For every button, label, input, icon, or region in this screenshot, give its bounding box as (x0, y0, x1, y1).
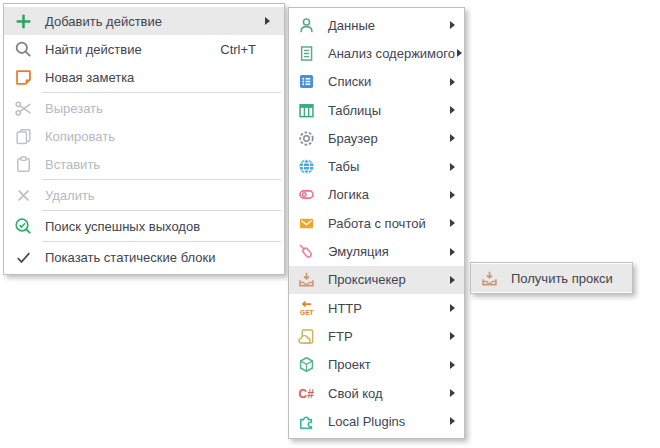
submenu-item-data[interactable]: Данные (289, 11, 464, 39)
submenu-arrow-icon (448, 191, 455, 199)
envelope-icon (297, 214, 316, 233)
paste-icon (14, 155, 33, 174)
menu-item-label: Поиск успешных выходов (45, 219, 262, 234)
menu-item-add-action[interactable]: Добавить действие (4, 7, 284, 35)
menu-item-label: Вырезать (45, 101, 262, 116)
submenu-arrow-icon (262, 17, 270, 25)
submenu-item-tables[interactable]: Таблицы (289, 96, 464, 124)
menu-separator (42, 179, 281, 180)
submenu-item-mail[interactable]: Работа с почтой (289, 209, 464, 237)
toggle-icon (297, 185, 316, 204)
shortcut-label: Ctrl+T (220, 42, 256, 57)
submenu-item-project[interactable]: Проект (289, 351, 464, 379)
submenu-item-proxychecker[interactable]: Проксичекер (289, 266, 464, 294)
submenu-arrow-icon (448, 134, 455, 142)
gear-icon (297, 129, 316, 148)
globe-icon (297, 157, 316, 176)
submenu-arrow-icon (448, 276, 455, 284)
cube-icon (297, 355, 316, 374)
scissors-icon (14, 99, 33, 118)
document-lines-icon (297, 44, 316, 63)
table-icon (297, 101, 316, 120)
csharp-icon: C# (297, 384, 316, 403)
menu-separator (42, 210, 281, 211)
search-icon (14, 40, 33, 59)
puzzle-icon (297, 412, 316, 431)
menu-item-label: Показать статические блоки (45, 250, 262, 265)
http-get-icon: GET (297, 299, 316, 318)
submenu-item-lists[interactable]: Списки (289, 68, 464, 96)
delete-x-icon (14, 186, 33, 205)
submenu-arrow-icon (448, 78, 455, 86)
submenu-item-emulation[interactable]: Эмуляция (289, 237, 464, 265)
menu-item-label: Копировать (45, 129, 262, 144)
menu-item-show-static-blocks[interactable]: Показать статические блоки (4, 243, 284, 271)
list-icon (297, 72, 316, 91)
submenu-item-http[interactable]: GET HTTP (289, 294, 464, 322)
menu-item-find-action[interactable]: Найти действие Ctrl+T (4, 35, 284, 63)
submenu-arrow-icon (448, 163, 455, 171)
submenu-arrow-icon (448, 389, 455, 397)
submenu-item-tabs[interactable]: Табы (289, 152, 464, 180)
submenu-arrow-icon (448, 21, 455, 29)
inbox-down-icon (297, 270, 316, 289)
menu-item-label: Добавить действие (45, 14, 262, 29)
menu-item-label: Вставить (45, 157, 262, 172)
search-success-icon (14, 217, 33, 236)
menu-item-copy: Копировать (4, 122, 284, 150)
file-cloud-icon (297, 327, 316, 346)
submenu-item-logic[interactable]: Логика (289, 181, 464, 209)
submenu-item-content-analysis[interactable]: Анализ содержимого (289, 39, 464, 67)
checkmark-icon (14, 248, 33, 267)
person-icon (297, 16, 316, 35)
submenu-item-get-proxy[interactable]: Получить прокси (471, 264, 632, 292)
submenu-item-local-plugins[interactable]: Local Plugins (289, 407, 464, 435)
submenu-item-ftp[interactable]: FTP (289, 322, 464, 350)
menu-separator (42, 92, 281, 93)
submenu-item-browser[interactable]: Браузер (289, 124, 464, 152)
add-action-submenu: Данные Анализ содержимого Списки Таблицы… (288, 7, 465, 439)
menu-item-new-note[interactable]: Новая заметка (4, 63, 284, 91)
menu-item-label: Найти действие (45, 42, 202, 57)
menu-item-paste: Вставить (4, 150, 284, 178)
context-menu: Добавить действие Найти действие Ctrl+T … (3, 3, 285, 275)
mouse-icon (297, 242, 316, 261)
copy-icon (14, 127, 33, 146)
menu-separator (42, 241, 281, 242)
svg-text:GET: GET (300, 309, 313, 316)
proxychecker-submenu: Получить прокси (470, 262, 633, 294)
menu-item-delete: Удалить (4, 181, 284, 209)
submenu-arrow-icon (448, 417, 455, 425)
submenu-arrow-icon (448, 106, 455, 114)
submenu-arrow-icon (455, 49, 462, 57)
inbox-down-icon (480, 269, 499, 288)
submenu-arrow-icon (448, 332, 455, 340)
menu-item-label: Удалить (45, 188, 262, 203)
submenu-arrow-icon (448, 361, 455, 369)
submenu-arrow-icon (448, 304, 455, 312)
menu-item-search-success-exits[interactable]: Поиск успешных выходов (4, 212, 284, 240)
plus-icon (14, 12, 33, 31)
submenu-arrow-icon (448, 248, 455, 256)
menu-item-label: Новая заметка (45, 70, 262, 85)
submenu-item-own-code[interactable]: C# Свой код (289, 379, 464, 407)
submenu-arrow-icon (448, 219, 455, 227)
note-icon (14, 68, 33, 87)
svg-text:C#: C# (298, 387, 314, 401)
menu-item-cut: Вырезать (4, 94, 284, 122)
